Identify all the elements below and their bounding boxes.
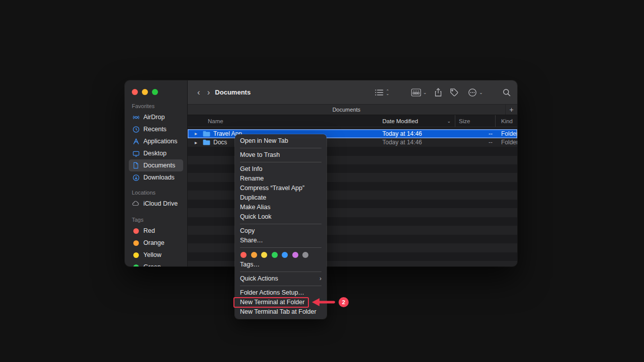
document-icon [132,161,140,169]
annotation-pointer: 2 [311,296,349,309]
sidebar-item-desktop[interactable]: Desktop [129,147,183,159]
group-by-button[interactable]: ⌄ [411,88,427,97]
menu-separator [240,162,321,162]
sidebar-item-recents[interactable]: Recents [129,123,183,135]
menu-item-compress[interactable]: Compress “Travel App” [235,184,327,193]
blue-tag-dot[interactable] [282,252,288,258]
sidebar-item-downloads[interactable]: Downloads [129,171,183,184]
menu-item-open-in-new-tab[interactable]: Open in New Tab [235,136,327,146]
sidebar-section-locations: Locations [132,190,187,196]
sidebar-item-label: Red [143,227,155,234]
sidebar-section-tags: Tags [132,217,187,223]
menu-tag-color-row [235,250,327,260]
file-name: Docs [213,139,227,146]
sidebar-item-tag-yellow[interactable]: Yellow [129,249,183,261]
close-button[interactable] [132,89,138,95]
list-header: Name Date Modified ⌄ Size Kind [188,115,517,127]
arrow-left-icon [311,296,336,309]
submenu-chevron-icon: › [319,274,321,284]
sidebar-item-label: Yellow [143,251,162,258]
file-kind: Folder [496,138,517,147]
sidebar-item-icloud-drive[interactable]: iCloud Drive [129,198,183,210]
tab-documents[interactable]: Documents [188,107,505,113]
forward-button[interactable]: › [207,88,210,97]
step-badge: 2 [339,297,349,307]
downloads-icon [132,173,140,182]
menu-item-quick-actions[interactable]: Quick Actions › [235,274,327,284]
gray-tag-dot[interactable] [302,252,308,258]
new-tab-button[interactable]: + [505,105,517,115]
sidebar-item-label: AirDrop [143,114,165,121]
green-tag-dot[interactable] [272,252,278,258]
airdrop-icon [132,113,140,121]
context-menu: Open in New Tab Move to Trash Get Info R… [235,134,327,319]
disclosure-chevron-icon[interactable]: ▸ [195,140,200,145]
menu-item-quick-look[interactable]: Quick Look [235,212,327,222]
yellow-tag-dot[interactable] [261,252,267,258]
chevron-down-icon: ⌄ [423,90,427,95]
menu-item-rename[interactable]: Rename [235,174,327,184]
sidebar-item-label: Applications [143,138,177,145]
view-toggle-icon: ⌃⌄ [386,90,389,95]
file-date: Today at 14:46 [382,138,455,147]
view-list-button[interactable]: ⌃⌄ [375,89,389,96]
zoom-button[interactable] [152,89,158,95]
search-button[interactable] [503,88,511,97]
folder-icon [203,131,210,137]
sidebar-item-documents[interactable]: iCloud Drive Documents [129,159,183,171]
menu-item-copy[interactable]: Copy [235,226,327,236]
column-header-date-modified[interactable]: Date Modified ⌄ [382,115,455,127]
column-header-name[interactable]: Name [188,115,382,127]
menu-item-make-alias[interactable]: Make Alias [235,203,327,212]
menu-item-tags[interactable]: Tags… [235,260,327,269]
sidebar-item-tag-green[interactable]: Green [129,261,183,266]
toolbar: ‹ › Documents ⌃⌄ ⌄ [188,80,517,104]
folder-icon [203,139,210,145]
applications-icon [132,137,140,145]
menu-separator [240,247,321,248]
red-tag-dot[interactable] [240,252,247,258]
sidebar-item-tag-red[interactable]: Red [129,225,183,237]
sidebar-item-applications[interactable]: Applications [129,135,183,147]
file-size: -- [455,138,496,147]
sidebar-item-label: Documents [143,162,175,169]
menu-item-share[interactable]: Share… [235,236,327,245]
minimize-button[interactable] [142,89,148,95]
desktop-icon [132,149,140,157]
share-button[interactable] [435,88,442,97]
column-header-size[interactable]: Size [455,115,496,127]
red-tag-icon [132,227,140,235]
menu-item-duplicate[interactable]: Duplicate [235,193,327,203]
more-actions-button[interactable]: ⌄ [468,88,483,97]
sidebar-item-airdrop[interactable]: AirDrop [129,111,183,123]
sidebar-item-tag-orange[interactable]: Orange [129,237,183,249]
orange-tag-dot[interactable] [251,252,257,258]
disclosure-chevron-icon[interactable]: ▸ [195,131,200,136]
column-header-kind[interactable]: Kind [496,115,517,127]
chevron-down-icon: ⌄ [479,90,483,95]
sidebar-item-label: Downloads [143,174,175,181]
sidebar-item-label: Desktop [143,150,167,157]
sidebar: Favorites AirDrop Recents Applications [125,80,188,266]
purple-tag-dot[interactable] [292,252,298,258]
tab-bar: Documents + [188,104,517,115]
tags-button[interactable] [450,88,458,97]
clock-icon [132,125,140,133]
back-button[interactable]: ‹ [197,88,200,97]
sidebar-section-favorites: Favorites [132,103,187,109]
menu-item-move-to-trash[interactable]: Move to Trash [235,150,327,160]
file-size: -- [455,129,496,138]
yellow-tag-icon [132,251,140,259]
menu-separator [240,272,321,272]
menu-separator [240,148,321,148]
window-controls [132,89,187,95]
sidebar-item-label: iCloud Drive [143,200,178,207]
orange-tag-icon [132,239,140,247]
cloud-icon [132,200,140,208]
menu-item-get-info[interactable]: Get Info [235,164,327,174]
sidebar-item-label: Green [143,263,161,266]
sort-chevron-icon: ⌄ [447,119,451,124]
green-tag-icon [132,263,140,266]
menu-separator [240,224,321,224]
menu-separator [240,286,321,286]
